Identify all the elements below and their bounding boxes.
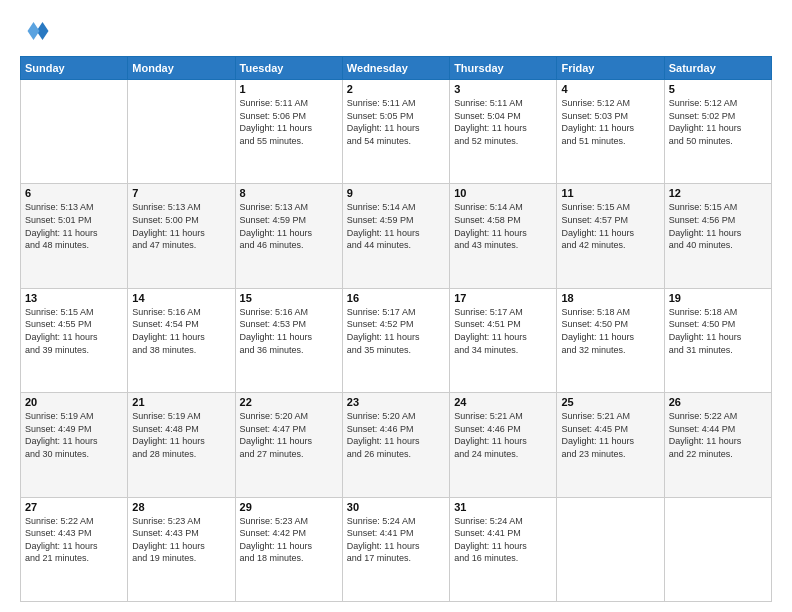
day-cell: 9Sunrise: 5:14 AM Sunset: 4:59 PM Daylig… — [342, 184, 449, 288]
day-info: Sunrise: 5:14 AM Sunset: 4:58 PM Dayligh… — [454, 201, 552, 251]
day-info: Sunrise: 5:21 AM Sunset: 4:45 PM Dayligh… — [561, 410, 659, 460]
day-info: Sunrise: 5:20 AM Sunset: 4:47 PM Dayligh… — [240, 410, 338, 460]
day-number: 5 — [669, 83, 767, 95]
day-number: 10 — [454, 187, 552, 199]
day-cell: 22Sunrise: 5:20 AM Sunset: 4:47 PM Dayli… — [235, 393, 342, 497]
day-number: 12 — [669, 187, 767, 199]
day-cell: 19Sunrise: 5:18 AM Sunset: 4:50 PM Dayli… — [664, 288, 771, 392]
day-number: 2 — [347, 83, 445, 95]
day-info: Sunrise: 5:24 AM Sunset: 4:41 PM Dayligh… — [454, 515, 552, 565]
day-number: 28 — [132, 501, 230, 513]
day-cell — [128, 80, 235, 184]
day-info: Sunrise: 5:22 AM Sunset: 4:43 PM Dayligh… — [25, 515, 123, 565]
day-number: 23 — [347, 396, 445, 408]
day-cell: 15Sunrise: 5:16 AM Sunset: 4:53 PM Dayli… — [235, 288, 342, 392]
day-info: Sunrise: 5:12 AM Sunset: 5:02 PM Dayligh… — [669, 97, 767, 147]
day-info: Sunrise: 5:20 AM Sunset: 4:46 PM Dayligh… — [347, 410, 445, 460]
day-number: 19 — [669, 292, 767, 304]
day-info: Sunrise: 5:13 AM Sunset: 5:01 PM Dayligh… — [25, 201, 123, 251]
day-cell: 29Sunrise: 5:23 AM Sunset: 4:42 PM Dayli… — [235, 497, 342, 601]
day-number: 1 — [240, 83, 338, 95]
day-cell: 23Sunrise: 5:20 AM Sunset: 4:46 PM Dayli… — [342, 393, 449, 497]
day-cell: 13Sunrise: 5:15 AM Sunset: 4:55 PM Dayli… — [21, 288, 128, 392]
day-info: Sunrise: 5:18 AM Sunset: 4:50 PM Dayligh… — [669, 306, 767, 356]
week-row-1: 1Sunrise: 5:11 AM Sunset: 5:06 PM Daylig… — [21, 80, 772, 184]
day-info: Sunrise: 5:23 AM Sunset: 4:43 PM Dayligh… — [132, 515, 230, 565]
weekday-header-saturday: Saturday — [664, 57, 771, 80]
day-info: Sunrise: 5:24 AM Sunset: 4:41 PM Dayligh… — [347, 515, 445, 565]
day-cell: 6Sunrise: 5:13 AM Sunset: 5:01 PM Daylig… — [21, 184, 128, 288]
day-cell: 12Sunrise: 5:15 AM Sunset: 4:56 PM Dayli… — [664, 184, 771, 288]
day-number: 25 — [561, 396, 659, 408]
day-cell — [21, 80, 128, 184]
day-cell: 27Sunrise: 5:22 AM Sunset: 4:43 PM Dayli… — [21, 497, 128, 601]
week-row-2: 6Sunrise: 5:13 AM Sunset: 5:01 PM Daylig… — [21, 184, 772, 288]
day-info: Sunrise: 5:22 AM Sunset: 4:44 PM Dayligh… — [669, 410, 767, 460]
day-cell: 25Sunrise: 5:21 AM Sunset: 4:45 PM Dayli… — [557, 393, 664, 497]
day-cell: 24Sunrise: 5:21 AM Sunset: 4:46 PM Dayli… — [450, 393, 557, 497]
logo — [20, 16, 56, 46]
calendar-table: SundayMondayTuesdayWednesdayThursdayFrid… — [20, 56, 772, 602]
weekday-header-monday: Monday — [128, 57, 235, 80]
header — [20, 16, 772, 46]
day-number: 3 — [454, 83, 552, 95]
day-cell: 26Sunrise: 5:22 AM Sunset: 4:44 PM Dayli… — [664, 393, 771, 497]
logo-icon — [20, 16, 50, 46]
day-cell: 10Sunrise: 5:14 AM Sunset: 4:58 PM Dayli… — [450, 184, 557, 288]
day-info: Sunrise: 5:15 AM Sunset: 4:56 PM Dayligh… — [669, 201, 767, 251]
day-number: 6 — [25, 187, 123, 199]
day-info: Sunrise: 5:23 AM Sunset: 4:42 PM Dayligh… — [240, 515, 338, 565]
day-cell: 5Sunrise: 5:12 AM Sunset: 5:02 PM Daylig… — [664, 80, 771, 184]
day-number: 9 — [347, 187, 445, 199]
week-row-3: 13Sunrise: 5:15 AM Sunset: 4:55 PM Dayli… — [21, 288, 772, 392]
day-number: 22 — [240, 396, 338, 408]
day-info: Sunrise: 5:15 AM Sunset: 4:57 PM Dayligh… — [561, 201, 659, 251]
day-info: Sunrise: 5:14 AM Sunset: 4:59 PM Dayligh… — [347, 201, 445, 251]
day-number: 24 — [454, 396, 552, 408]
day-info: Sunrise: 5:16 AM Sunset: 4:54 PM Dayligh… — [132, 306, 230, 356]
day-info: Sunrise: 5:21 AM Sunset: 4:46 PM Dayligh… — [454, 410, 552, 460]
day-number: 20 — [25, 396, 123, 408]
day-cell: 18Sunrise: 5:18 AM Sunset: 4:50 PM Dayli… — [557, 288, 664, 392]
weekday-header-friday: Friday — [557, 57, 664, 80]
day-cell: 2Sunrise: 5:11 AM Sunset: 5:05 PM Daylig… — [342, 80, 449, 184]
day-cell: 17Sunrise: 5:17 AM Sunset: 4:51 PM Dayli… — [450, 288, 557, 392]
day-info: Sunrise: 5:17 AM Sunset: 4:52 PM Dayligh… — [347, 306, 445, 356]
day-info: Sunrise: 5:16 AM Sunset: 4:53 PM Dayligh… — [240, 306, 338, 356]
day-info: Sunrise: 5:18 AM Sunset: 4:50 PM Dayligh… — [561, 306, 659, 356]
day-cell: 4Sunrise: 5:12 AM Sunset: 5:03 PM Daylig… — [557, 80, 664, 184]
day-cell: 7Sunrise: 5:13 AM Sunset: 5:00 PM Daylig… — [128, 184, 235, 288]
page: SundayMondayTuesdayWednesdayThursdayFrid… — [0, 0, 792, 612]
day-cell — [557, 497, 664, 601]
weekday-header-wednesday: Wednesday — [342, 57, 449, 80]
day-info: Sunrise: 5:17 AM Sunset: 4:51 PM Dayligh… — [454, 306, 552, 356]
day-number: 15 — [240, 292, 338, 304]
day-cell: 30Sunrise: 5:24 AM Sunset: 4:41 PM Dayli… — [342, 497, 449, 601]
weekday-header-row: SundayMondayTuesdayWednesdayThursdayFrid… — [21, 57, 772, 80]
day-info: Sunrise: 5:19 AM Sunset: 4:48 PM Dayligh… — [132, 410, 230, 460]
week-row-4: 20Sunrise: 5:19 AM Sunset: 4:49 PM Dayli… — [21, 393, 772, 497]
day-info: Sunrise: 5:19 AM Sunset: 4:49 PM Dayligh… — [25, 410, 123, 460]
day-number: 13 — [25, 292, 123, 304]
day-number: 31 — [454, 501, 552, 513]
weekday-header-thursday: Thursday — [450, 57, 557, 80]
day-number: 4 — [561, 83, 659, 95]
weekday-header-tuesday: Tuesday — [235, 57, 342, 80]
day-cell: 8Sunrise: 5:13 AM Sunset: 4:59 PM Daylig… — [235, 184, 342, 288]
day-number: 14 — [132, 292, 230, 304]
day-number: 29 — [240, 501, 338, 513]
day-info: Sunrise: 5:12 AM Sunset: 5:03 PM Dayligh… — [561, 97, 659, 147]
day-info: Sunrise: 5:11 AM Sunset: 5:05 PM Dayligh… — [347, 97, 445, 147]
day-cell: 31Sunrise: 5:24 AM Sunset: 4:41 PM Dayli… — [450, 497, 557, 601]
day-number: 18 — [561, 292, 659, 304]
svg-marker-1 — [28, 22, 40, 40]
day-cell: 14Sunrise: 5:16 AM Sunset: 4:54 PM Dayli… — [128, 288, 235, 392]
day-info: Sunrise: 5:11 AM Sunset: 5:06 PM Dayligh… — [240, 97, 338, 147]
day-info: Sunrise: 5:13 AM Sunset: 5:00 PM Dayligh… — [132, 201, 230, 251]
day-number: 30 — [347, 501, 445, 513]
weekday-header-sunday: Sunday — [21, 57, 128, 80]
day-number: 26 — [669, 396, 767, 408]
day-number: 27 — [25, 501, 123, 513]
day-info: Sunrise: 5:15 AM Sunset: 4:55 PM Dayligh… — [25, 306, 123, 356]
day-cell: 28Sunrise: 5:23 AM Sunset: 4:43 PM Dayli… — [128, 497, 235, 601]
